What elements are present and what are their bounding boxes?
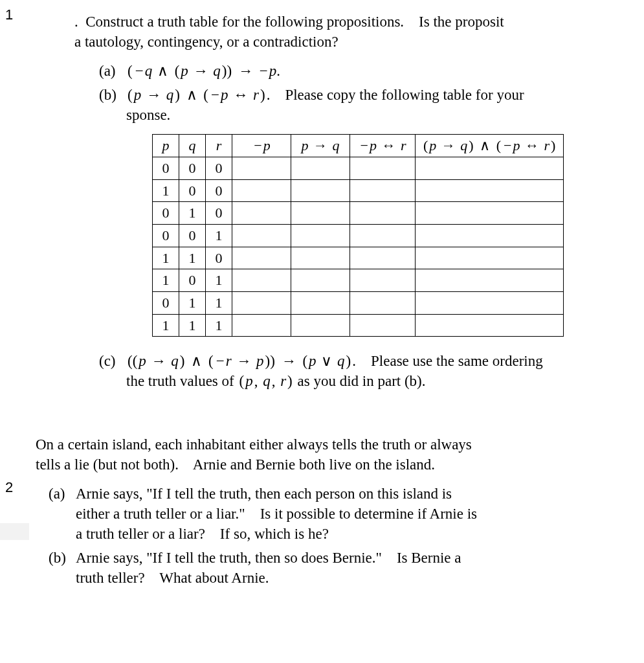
table-cell xyxy=(416,292,564,315)
problem-2-part-b: (b) Arnie says, "If I tell the truth, th… xyxy=(49,548,644,588)
part-a: (a) (−q ∧ (p → q)) → −p. xyxy=(99,61,644,81)
part-b-after-line2: sponse. xyxy=(126,107,170,123)
problem-2-intro-l1: On a certain island, each inhabitant eit… xyxy=(36,436,472,453)
table-cell xyxy=(350,314,416,337)
problem-1-intro: . Construct a truth table for the follow… xyxy=(74,12,644,52)
table-cell xyxy=(291,314,350,337)
table-row: 110 xyxy=(153,247,564,269)
table-cell: 1 xyxy=(206,269,232,292)
problem-1-parts: (a) (−q ∧ (p → q)) → −p. (b) (p → q) ∧ (… xyxy=(99,61,644,125)
p2a-l3: a truth teller or a liar? If so, which i… xyxy=(76,526,329,542)
table-cell xyxy=(291,179,350,202)
problem-1: . Construct a truth table for the follow… xyxy=(74,0,644,392)
table-row: 100 xyxy=(153,179,564,202)
problem-1-part-c-wrap: (c) ((p → q) ∧ (−r → p)) → (p ∨ q). Plea… xyxy=(99,351,644,391)
problem-2: On a certain island, each inhabitant eit… xyxy=(36,396,644,588)
part-b: (b) (p → q) ∧ (−p ↔ r). Please copy the … xyxy=(99,85,644,125)
part-c-label: (c) xyxy=(99,351,116,371)
table-cell xyxy=(232,224,291,247)
p2b-l2: truth teller? What about Arnie. xyxy=(76,570,269,586)
p2a-l2: either a truth teller or a liar." Is it … xyxy=(76,506,477,522)
table-cell: 1 xyxy=(206,224,232,247)
part-c: (c) ((p → q) ∧ (−r → p)) → (p ∨ q). Plea… xyxy=(99,351,644,391)
table-cell: 0 xyxy=(179,224,206,247)
table-cell xyxy=(291,157,350,179)
table-cell: 1 xyxy=(206,292,232,315)
problem-2-intro-l2: tells a lie (but not both). Arnie and Be… xyxy=(36,456,435,473)
table-cell: 0 xyxy=(153,202,179,225)
table-cell xyxy=(350,157,416,179)
page: 1 2 . Construct a truth table for the fo… xyxy=(0,0,644,588)
table-cell xyxy=(291,292,350,315)
table-cell: 0 xyxy=(153,157,179,179)
table-cell: 0 xyxy=(206,157,232,179)
col-p-implies-q: p → q xyxy=(291,135,350,157)
table-cell xyxy=(291,224,350,247)
table-cell: 0 xyxy=(206,247,232,269)
table-cell xyxy=(232,314,291,337)
part-a-label: (a) xyxy=(99,61,116,81)
col-p: p xyxy=(153,135,179,157)
table-cell: 0 xyxy=(179,179,206,202)
table-cell xyxy=(350,224,416,247)
table-cell xyxy=(416,269,564,292)
part-b-expression: (p → q) ∧ (−p ↔ r). Please copy the foll… xyxy=(126,87,524,103)
col-r: r xyxy=(206,135,232,157)
table-cell: 1 xyxy=(153,314,179,337)
truth-table-header-row: p q r −p p → q −p ↔ r (p → q) ∧ (−p ↔ r) xyxy=(153,135,564,157)
table-cell xyxy=(350,179,416,202)
table-cell xyxy=(350,269,416,292)
problem-2-intro: On a certain island, each inhabitant eit… xyxy=(36,434,644,475)
problem-2-number: 2 xyxy=(5,479,13,496)
table-cell xyxy=(291,247,350,269)
problem-1-number: 1 xyxy=(5,6,13,23)
table-row: 101 xyxy=(153,269,564,292)
part-c-line2-expr: (p, q, r) xyxy=(238,373,293,389)
table-cell xyxy=(416,202,564,225)
table-row: 011 xyxy=(153,292,564,315)
table-cell: 1 xyxy=(179,247,206,269)
table-cell: 0 xyxy=(153,224,179,247)
table-cell: 0 xyxy=(206,202,232,225)
part-c-expression: ((p → q) ∧ (−r → p)) → (p ∨ q). Please u… xyxy=(126,353,543,369)
table-cell xyxy=(416,179,564,202)
table-cell xyxy=(350,292,416,315)
p2a-l1: Arnie says, "If I tell the truth, then e… xyxy=(76,486,452,502)
table-cell xyxy=(232,247,291,269)
highlight-strip xyxy=(0,523,29,540)
col-full: (p → q) ∧ (−p ↔ r) xyxy=(416,135,564,157)
leading-dot: . xyxy=(74,14,78,30)
truth-table-body: 000100010001110101011111 xyxy=(153,157,564,337)
table-row: 010 xyxy=(153,202,564,225)
col-q: q xyxy=(179,135,206,157)
table-cell: 0 xyxy=(206,179,232,202)
table-cell xyxy=(291,202,350,225)
table-cell xyxy=(232,179,291,202)
table-cell: 1 xyxy=(153,269,179,292)
col-not-p: −p xyxy=(232,135,291,157)
table-cell: 0 xyxy=(179,157,206,179)
table-cell: 1 xyxy=(179,202,206,225)
table-cell xyxy=(232,269,291,292)
problem-2-part-a-label: (a) xyxy=(49,484,65,504)
problem-2-part-a: (a) Arnie says, "If I tell the truth, th… xyxy=(49,484,644,544)
intro-line-2: a tautology, contingency, or a contradic… xyxy=(74,34,339,50)
table-cell xyxy=(416,157,564,179)
part-c-line2-pre: the truth values of xyxy=(126,373,238,389)
problem-2-part-b-label: (b) xyxy=(49,548,66,568)
table-cell: 0 xyxy=(179,269,206,292)
p2b-l1: Arnie says, "If I tell the truth, then s… xyxy=(76,550,461,566)
col-notp-iff-r: −p ↔ r xyxy=(350,135,416,157)
table-cell xyxy=(232,202,291,225)
table-cell: 1 xyxy=(179,292,206,315)
part-b-label: (b) xyxy=(99,85,117,105)
part-c-line2-post: as you did in part (b). xyxy=(294,373,426,389)
table-cell xyxy=(350,247,416,269)
table-row: 000 xyxy=(153,157,564,179)
table-cell: 1 xyxy=(179,314,206,337)
table-cell: 1 xyxy=(206,314,232,337)
table-cell: 1 xyxy=(153,247,179,269)
table-row: 001 xyxy=(153,224,564,247)
table-cell: 1 xyxy=(153,179,179,202)
table-cell xyxy=(416,247,564,269)
